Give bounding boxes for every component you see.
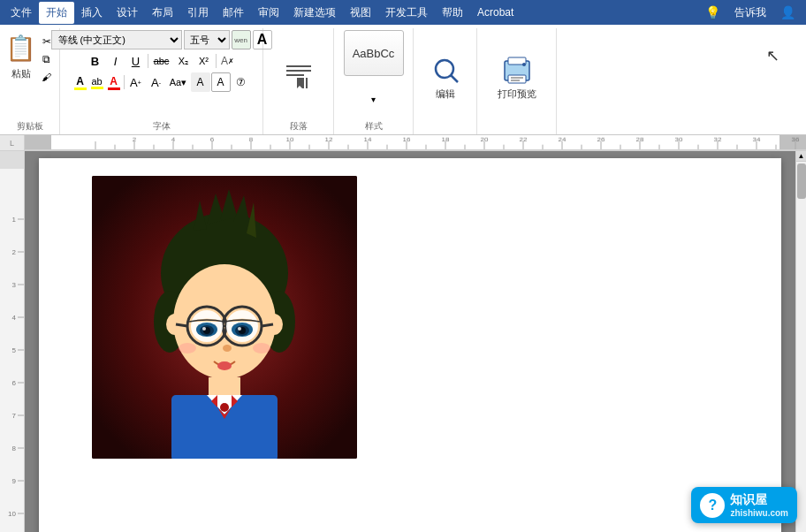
svg-point-41 xyxy=(223,345,232,352)
menu-review[interactable]: 审阅 xyxy=(251,2,286,24)
print-preview-button[interactable]: 打印预览 xyxy=(490,49,544,104)
menu-bar: 文件 开始 插入 设计 布局 引用 邮件 审阅 新建选项 视图 开发工具 帮助 … xyxy=(0,0,806,25)
scroll-up-button[interactable]: ▲ xyxy=(796,151,807,162)
menu-ref[interactable]: 引用 xyxy=(180,2,216,24)
style-gallery[interactable]: AaBbCc xyxy=(344,30,404,76)
svg-marker-5 xyxy=(297,78,302,88)
wen-button[interactable]: wen xyxy=(232,30,251,49)
ribbon: 📋 粘贴 ✂ ⧉ 🖌 剪贴板 等线 (中文正文) 五号 xyxy=(0,25,806,135)
svg-point-40 xyxy=(238,327,241,331)
svg-rect-0 xyxy=(286,65,311,67)
svg-line-28 xyxy=(176,324,187,326)
superscript-button[interactable]: X² xyxy=(194,51,214,71)
char-border-button[interactable]: A xyxy=(211,72,231,92)
paste-label: 粘贴 xyxy=(11,67,31,80)
svg-rect-2 xyxy=(286,74,304,76)
scroll-thumb[interactable] xyxy=(797,163,806,199)
cursor-arrow: ↖ xyxy=(766,46,779,65)
document-area: ▲ ▼ xyxy=(0,151,806,532)
menu-help[interactable]: 帮助 xyxy=(435,2,470,24)
font-size-down-button[interactable]: A- xyxy=(147,72,166,92)
style-label: 样式 xyxy=(334,120,413,133)
menu-file[interactable]: 文件 xyxy=(4,2,39,24)
menu-acrobat[interactable]: Acrobat xyxy=(470,3,521,22)
menu-newtab[interactable]: 新建选项 xyxy=(286,2,343,24)
svg-rect-4 xyxy=(306,78,308,88)
menu-devtools[interactable]: 开发工具 xyxy=(378,2,435,24)
font-family-select[interactable]: 等线 (中文正文) xyxy=(51,30,182,49)
highlight-color-button[interactable]: ab xyxy=(89,76,105,89)
menu-lightbulb-icon: 💡 xyxy=(698,2,727,23)
edit-button[interactable]: 编辑 xyxy=(421,49,470,104)
change-case-button[interactable]: Aa▾ xyxy=(167,72,190,92)
underline-button[interactable]: U xyxy=(126,51,146,71)
paragraph-group: 段落 xyxy=(263,28,334,134)
clear-format-button[interactable]: A✗ xyxy=(218,51,238,71)
phonetic-button[interactable]: ⑦ xyxy=(232,72,251,92)
svg-point-42 xyxy=(217,361,232,370)
menu-tellme[interactable]: 告诉我 xyxy=(727,2,773,24)
svg-line-7 xyxy=(451,75,458,82)
strikethrough-button[interactable]: abc xyxy=(150,51,173,71)
ruler-corner[interactable]: L xyxy=(0,135,25,151)
watermark-label: 知识屋 xyxy=(730,492,788,508)
menu-layout[interactable]: 布局 xyxy=(145,2,180,24)
font-color-button[interactable]: A xyxy=(72,75,88,90)
svg-point-44 xyxy=(253,343,270,353)
menu-insert[interactable]: 插入 xyxy=(74,2,110,24)
menu-view[interactable]: 视图 xyxy=(343,2,378,24)
svg-rect-11 xyxy=(511,77,523,79)
menu-home[interactable]: 开始 xyxy=(39,2,74,24)
style-group: AaBbCc ▾ 样式 xyxy=(334,28,414,134)
svg-rect-12 xyxy=(511,80,520,81)
horizontal-ruler xyxy=(25,135,806,150)
font-label: 字体 xyxy=(60,120,262,133)
conan-image xyxy=(92,176,357,459)
menu-mail[interactable]: 邮件 xyxy=(216,2,251,24)
right-scrollbar[interactable]: ▲ ▼ xyxy=(795,151,806,532)
menu-design[interactable]: 设计 xyxy=(110,2,145,24)
paragraph-button[interactable] xyxy=(276,53,322,99)
svg-point-43 xyxy=(179,343,196,353)
svg-line-29 xyxy=(262,324,273,326)
font-size-select[interactable]: 五号 xyxy=(184,30,230,49)
text-color-button[interactable]: A xyxy=(106,75,122,90)
document-scroll[interactable] xyxy=(25,151,795,532)
edit-group: 编辑 xyxy=(414,28,477,134)
bold-button[interactable]: B xyxy=(86,51,105,71)
subscript-button[interactable]: X₂ xyxy=(174,51,194,71)
ruler-area: L xyxy=(0,135,806,151)
char-shading-button[interactable]: A xyxy=(191,72,210,92)
watermark-site: zhishiwu.com xyxy=(730,508,788,518)
font-size-up-button[interactable]: A+ xyxy=(126,72,146,92)
menu-user-icon[interactable]: 👤 xyxy=(773,2,802,23)
svg-point-13 xyxy=(522,63,526,66)
svg-rect-10 xyxy=(508,75,526,83)
watermark-icon: ? xyxy=(700,493,725,518)
font-group: 等线 (中文正文) 五号 wen A B I U abc X₂ X² xyxy=(60,28,263,134)
edit-label: 编辑 xyxy=(436,87,455,101)
print-preview-label: 打印预览 xyxy=(498,87,536,101)
watermark-badge: ? 知识屋 zhishiwu.com xyxy=(691,487,797,523)
paste-button[interactable]: 📋 粘贴 xyxy=(5,30,37,122)
print-group: 打印预览 xyxy=(477,28,557,134)
svg-point-35 xyxy=(202,327,206,331)
left-ruler xyxy=(0,151,25,532)
svg-rect-1 xyxy=(286,70,311,72)
document-page xyxy=(39,158,781,532)
svg-point-50 xyxy=(220,403,229,412)
watermark-text: 知识屋 zhishiwu.com xyxy=(730,492,788,518)
style-dropdown[interactable]: ▾ xyxy=(367,76,381,122)
svg-rect-3 xyxy=(302,78,304,88)
italic-button[interactable]: I xyxy=(106,51,125,71)
paragraph-label: 段落 xyxy=(263,120,333,133)
